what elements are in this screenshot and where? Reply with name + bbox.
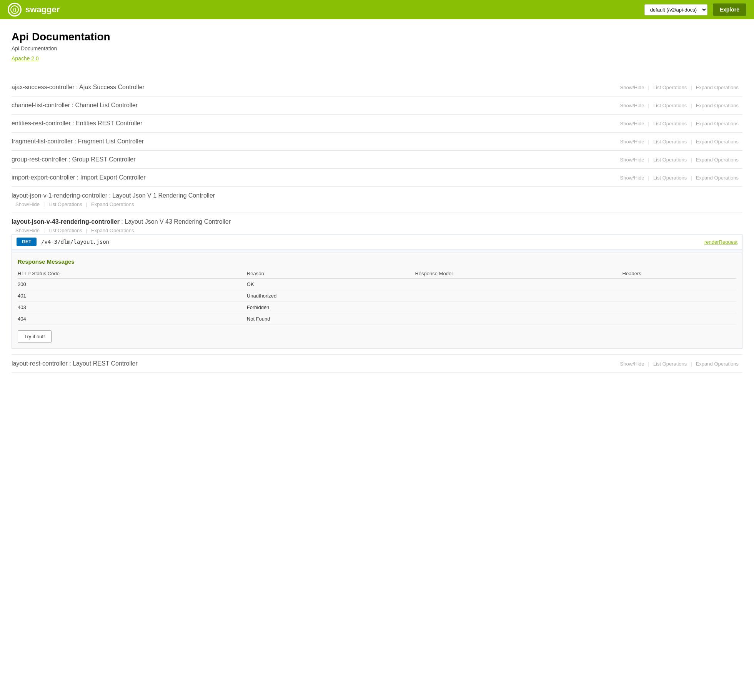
expand-operations-layout-rest[interactable]: Expand Operations xyxy=(692,361,742,367)
show-hide-import-export[interactable]: Show/Hide xyxy=(616,175,648,181)
list-operations-ajax-success[interactable]: List Operations xyxy=(649,85,691,90)
try-it-out-button[interactable]: Try it out! xyxy=(18,330,52,343)
expand-operations-ajax-success[interactable]: Expand Operations xyxy=(692,85,742,90)
col-reason: Reason xyxy=(247,269,415,279)
api-docs-select-wrapper[interactable]: default (/v2/api-docs) xyxy=(644,4,707,15)
logo-text: swagger xyxy=(25,5,60,15)
show-hide-group-rest[interactable]: Show/Hide xyxy=(616,157,648,163)
col-headers: Headers xyxy=(623,269,736,279)
render-request-link[interactable]: renderRequest xyxy=(704,239,737,245)
controller-name-fragment-list: fragment-list-controller : Fragment List… xyxy=(12,138,616,145)
list-operations-entities-rest[interactable]: List Operations xyxy=(649,121,691,126)
table-row: 401Unauthorized xyxy=(18,290,736,302)
controller-actions-layout-v43: Show/Hide | List Operations | Expand Ope… xyxy=(12,228,138,233)
list-operations-channel-list[interactable]: List Operations xyxy=(649,103,691,108)
endpoint-path: /v4-3/dlm/layout.json xyxy=(41,239,704,245)
main-content: Api Documentation Api Documentation Apac… xyxy=(0,19,754,373)
show-hide-fragment-list[interactable]: Show/Hide xyxy=(616,139,648,145)
controller-row-layout-v1: layout-json-v-1-rendering-controller : L… xyxy=(12,187,742,213)
controller-row-fragment-list: fragment-list-controller : Fragment List… xyxy=(12,133,742,151)
list-operations-layout-v1[interactable]: List Operations xyxy=(45,201,86,207)
controller-actions-layout-rest: Show/Hide | List Operations | Expand Ope… xyxy=(616,361,742,367)
response-table: HTTP Status Code Reason Response Model H… xyxy=(18,269,736,325)
controller-actions-ajax-success: Show/Hide | List Operations | Expand Ope… xyxy=(616,85,742,90)
page-subtitle: Api Documentation xyxy=(12,45,742,52)
show-hide-entities-rest[interactable]: Show/Hide xyxy=(616,121,648,126)
logo: {} swagger xyxy=(8,3,644,17)
controller-row-group-rest: group-rest-controller : Group REST Contr… xyxy=(12,151,742,169)
expand-operations-fragment-list[interactable]: Expand Operations xyxy=(692,139,742,145)
expand-operations-layout-v43[interactable]: Expand Operations xyxy=(87,228,138,233)
controllers-list: ajax-success-controller : Ajax Success C… xyxy=(12,78,742,373)
controller-name-layout-v43: layout-json-v-43-rendering-controller : … xyxy=(12,218,742,225)
controller-name-layout-v1: layout-json-v-1-rendering-controller : L… xyxy=(12,192,742,199)
expand-operations-channel-list[interactable]: Expand Operations xyxy=(692,103,742,108)
list-operations-fragment-list[interactable]: List Operations xyxy=(649,139,691,145)
col-response-model: Response Model xyxy=(415,269,622,279)
controller-row-layout-rest: layout-rest-controller : Layout REST Con… xyxy=(12,355,742,373)
response-messages-section: Response Messages HTTP Status Code Reaso… xyxy=(12,253,742,349)
controller-actions-import-export: Show/Hide | List Operations | Expand Ope… xyxy=(616,175,742,181)
controller-row-channel-list: channel-list-controller : Channel List C… xyxy=(12,96,742,115)
controller-name-import-export: import-export-controller : Import Export… xyxy=(12,174,616,181)
controller-name-ajax-success: ajax-success-controller : Ajax Success C… xyxy=(12,84,616,91)
expand-operations-import-export[interactable]: Expand Operations xyxy=(692,175,742,181)
col-status-code: HTTP Status Code xyxy=(18,269,247,279)
apache-license-link[interactable]: Apache 2.0 xyxy=(12,55,39,62)
list-operations-layout-rest[interactable]: List Operations xyxy=(649,361,691,367)
table-row: 200OK xyxy=(18,279,736,290)
api-docs-select[interactable]: default (/v2/api-docs) xyxy=(644,4,707,15)
expand-operations-entities-rest[interactable]: Expand Operations xyxy=(692,121,742,126)
table-row: 403Forbidden xyxy=(18,302,736,313)
svg-text:{}: {} xyxy=(13,7,17,12)
controller-name-layout-rest: layout-rest-controller : Layout REST Con… xyxy=(12,360,616,367)
page-title: Api Documentation xyxy=(12,31,742,43)
controller-row-layout-v43: layout-json-v-43-rendering-controller : … xyxy=(12,213,742,355)
show-hide-layout-v43[interactable]: Show/Hide xyxy=(12,228,43,233)
method-badge-get[interactable]: GET xyxy=(17,238,37,246)
show-hide-layout-rest[interactable]: Show/Hide xyxy=(616,361,648,367)
header: {} swagger default (/v2/api-docs) Explor… xyxy=(0,0,754,19)
controller-actions-fragment-list: Show/Hide | List Operations | Expand Ope… xyxy=(616,139,742,145)
show-hide-ajax-success[interactable]: Show/Hide xyxy=(616,85,648,90)
controller-actions-channel-list: Show/Hide | List Operations | Expand Ope… xyxy=(616,103,742,108)
controller-actions-group-rest: Show/Hide | List Operations | Expand Ope… xyxy=(616,157,742,163)
endpoint-get-layout-json: GET /v4-3/dlm/layout.json renderRequest xyxy=(12,234,742,249)
controller-row-import-export: import-export-controller : Import Export… xyxy=(12,169,742,187)
list-operations-group-rest[interactable]: List Operations xyxy=(649,157,691,163)
response-messages-title: Response Messages xyxy=(18,258,736,265)
controller-name-channel-list: channel-list-controller : Channel List C… xyxy=(12,102,616,109)
controller-name-entities-rest: entities-rest-controller : Entities REST… xyxy=(12,120,616,127)
list-operations-layout-v43[interactable]: List Operations xyxy=(45,228,86,233)
controller-actions-entities-rest: Show/Hide | List Operations | Expand Ope… xyxy=(616,121,742,126)
list-operations-import-export[interactable]: List Operations xyxy=(649,175,691,181)
expanded-content-layout-v43: GET /v4-3/dlm/layout.json renderRequest … xyxy=(12,234,742,349)
table-row: 404Not Found xyxy=(18,313,736,325)
controller-name-group-rest: group-rest-controller : Group REST Contr… xyxy=(12,156,616,163)
show-hide-layout-v1[interactable]: Show/Hide xyxy=(12,201,43,207)
explore-button[interactable]: Explore xyxy=(713,3,746,16)
controller-row-ajax-success: ajax-success-controller : Ajax Success C… xyxy=(12,78,742,96)
expand-operations-group-rest[interactable]: Expand Operations xyxy=(692,157,742,163)
swagger-logo-icon: {} xyxy=(8,3,22,17)
controller-row-entities-rest: entities-rest-controller : Entities REST… xyxy=(12,115,742,133)
controller-actions-layout-v1: Show/Hide | List Operations | Expand Ope… xyxy=(12,201,138,207)
expand-operations-layout-v1[interactable]: Expand Operations xyxy=(87,201,138,207)
show-hide-channel-list[interactable]: Show/Hide xyxy=(616,103,648,108)
